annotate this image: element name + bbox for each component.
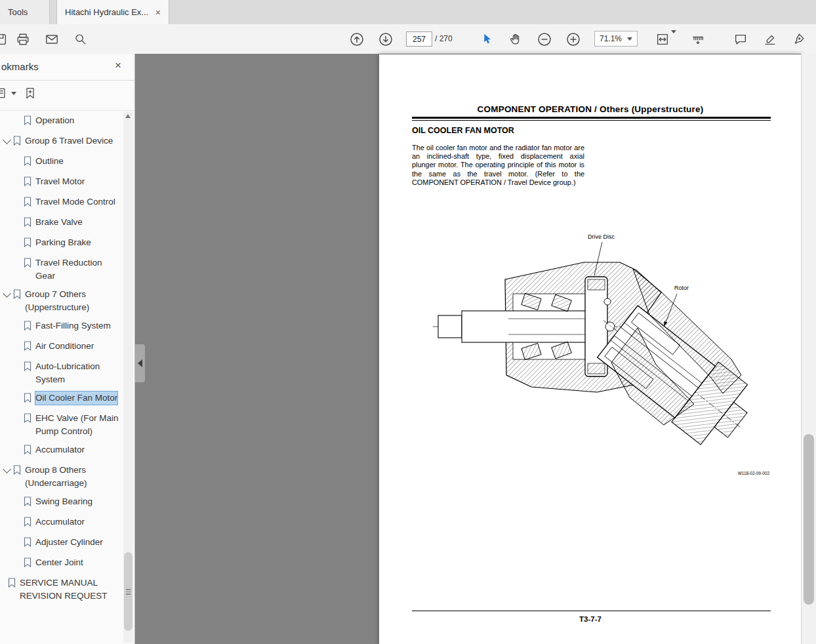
bookmark-label: Travel Mode Control (35, 195, 115, 209)
chevron-expanded-icon[interactable] (3, 465, 11, 473)
hand-tool-button[interactable] (507, 31, 524, 48)
zoom-out-button[interactable] (536, 31, 553, 48)
scroll-up-arrow-icon[interactable] (125, 114, 131, 118)
bookmark-item[interactable]: Accumulator (0, 441, 120, 461)
previous-page-button[interactable] (348, 31, 365, 48)
collapse-left-icon (138, 359, 142, 367)
bookmark-icon (13, 465, 21, 479)
bookmark-item[interactable]: SERVICE MANUAL REVISION REQUEST (0, 574, 120, 605)
bookmark-label: Brake Valve (35, 216, 83, 229)
zoom-in-button[interactable] (565, 31, 582, 48)
fit-options-caret-icon[interactable] (671, 33, 676, 45)
bookmark-item[interactable]: Parking Brake (0, 233, 120, 254)
bookmark-item[interactable]: Brake Valve (0, 213, 120, 233)
tab-document[interactable]: Hitachi Hydraulic Ex... × (56, 0, 169, 24)
bookmark-item[interactable]: Auto-Lubrication System (0, 357, 120, 389)
page-number-input[interactable] (406, 31, 432, 47)
sidebar-scrollbar[interactable] (123, 111, 133, 643)
bookmark-item[interactable]: Group 7 Others (Upperstructure) (0, 285, 120, 317)
footer-rule (412, 611, 771, 611)
bookmark-icon (24, 258, 31, 272)
bookmark-label: Accumulator (35, 515, 85, 529)
figure-code: W118-02-09-002 (738, 471, 770, 475)
bookmark-label: Group 8 Others (Undercarriage) (25, 464, 119, 490)
bookmark-label: Group 6 Travel Device (25, 134, 113, 148)
highlight-button[interactable] (762, 31, 779, 48)
clipped-toolbar-icon[interactable] (0, 31, 9, 48)
document-scrollbar-thumb[interactable] (804, 434, 814, 605)
bookmarks-list: Operation Group 6 Travel Device Outline … (0, 111, 120, 644)
bookmark-item[interactable]: Outline (0, 152, 120, 172)
bookmark-label: Operation (35, 114, 74, 127)
close-tab-icon[interactable]: × (155, 8, 161, 17)
bookmark-icon (24, 341, 31, 355)
bookmark-item[interactable]: Swing Bearing (0, 493, 120, 513)
bookmark-icon (24, 393, 31, 407)
tab-tools[interactable]: Tools (0, 0, 50, 24)
fill-sign-button[interactable] (790, 31, 807, 48)
bookmark-options-dropdown[interactable] (0, 87, 16, 100)
bookmark-label: Accumulator (35, 443, 85, 456)
bookmark-label: Swing Bearing (35, 495, 92, 508)
bookmark-icon (24, 197, 31, 211)
bookmark-item[interactable]: Oil Cooler Fan Motor (0, 389, 120, 409)
new-bookmark-button[interactable] (24, 86, 37, 103)
bookmarks-toolbar (0, 81, 134, 111)
close-panel-icon[interactable]: × (115, 60, 121, 71)
email-button[interactable] (43, 31, 60, 48)
zoom-level-dropdown[interactable]: 71.1% (594, 31, 638, 47)
bookmark-item[interactable]: Travel Mode Control (0, 193, 120, 213)
collapse-panel-handle[interactable] (135, 344, 145, 382)
tab-document-label: Hitachi Hydraulic Ex... (65, 7, 148, 17)
bookmark-label: Oil Cooler Fan Motor (35, 392, 117, 405)
header-rule-thin (412, 120, 771, 121)
bookmark-item[interactable]: Center Joint (0, 553, 120, 574)
bookmark-label: EHC Valve (For Main Pump Control) (35, 412, 119, 438)
motor-cross-section-figure: Drive Disc Rotor W118-02-09-002 (433, 228, 777, 484)
bookmark-item[interactable]: Air Conditioner (0, 337, 120, 357)
bookmark-item[interactable]: Travel Reduction Gear (0, 254, 120, 285)
acrobat-window: Tools Hitachi Hydraulic Ex... × / 270 (0, 0, 816, 644)
bookmark-icon (24, 321, 31, 334)
bookmark-icon (24, 537, 31, 551)
print-button[interactable] (14, 31, 31, 48)
figure-label-drive-disc: Drive Disc (588, 233, 615, 240)
figure-label-rotor: Rotor (674, 285, 689, 291)
select-tool-button[interactable] (478, 31, 495, 48)
document-scrollbar[interactable] (801, 54, 816, 644)
header-rule-thick (412, 117, 771, 119)
chevron-down-icon (11, 92, 16, 95)
search-zoom-button[interactable] (72, 31, 89, 48)
page-count-label: / 270 (435, 24, 453, 54)
chevron-expanded-icon[interactable] (3, 289, 11, 298)
bookmark-item[interactable]: Group 8 Others (Undercarriage) (0, 461, 120, 493)
bookmark-label: Auto-Lubrication System (35, 360, 119, 386)
bookmark-item[interactable]: Travel Motor (0, 172, 120, 193)
next-page-button[interactable] (377, 31, 394, 48)
bookmark-icon (24, 413, 31, 427)
section-title: OIL COOLER FAN MOTOR (412, 126, 514, 135)
zoom-level-value: 71.1% (600, 34, 622, 43)
bookmark-item[interactable]: Accumulator (0, 513, 120, 533)
comment-button[interactable] (732, 31, 749, 48)
bookmark-item[interactable]: Fast-Filling System (0, 317, 120, 337)
tab-bar: Tools Hitachi Hydraulic Ex... × (0, 0, 816, 25)
footer-page-number: T3-7-7 (379, 615, 802, 623)
bookmark-label: Parking Brake (35, 236, 91, 249)
document-area: COMPONENT OPERATION / Others (Upperstruc… (135, 54, 816, 644)
chevron-down-icon (627, 37, 632, 41)
bookmark-label: Group 7 Others (Upperstructure) (25, 288, 119, 314)
bookmark-item[interactable]: EHC Valve (For Main Pump Control) (0, 409, 120, 441)
bookmark-label: Travel Reduction Gear (35, 256, 119, 283)
bookmark-label: Outline (35, 155, 64, 168)
bookmark-icon (24, 517, 31, 531)
bookmark-item[interactable]: Group 6 Travel Device (0, 132, 120, 152)
bookmark-icon (24, 156, 31, 170)
page-display-mode-button[interactable] (689, 31, 706, 48)
sidebar-scrollbar-thumb[interactable] (124, 552, 133, 631)
chevron-expanded-icon[interactable] (3, 136, 11, 144)
bookmark-icon (24, 445, 31, 458)
fit-width-button[interactable] (654, 31, 671, 48)
bookmark-item[interactable]: Operation (0, 111, 120, 132)
bookmark-item[interactable]: Adjuster Cylinder (0, 533, 120, 553)
